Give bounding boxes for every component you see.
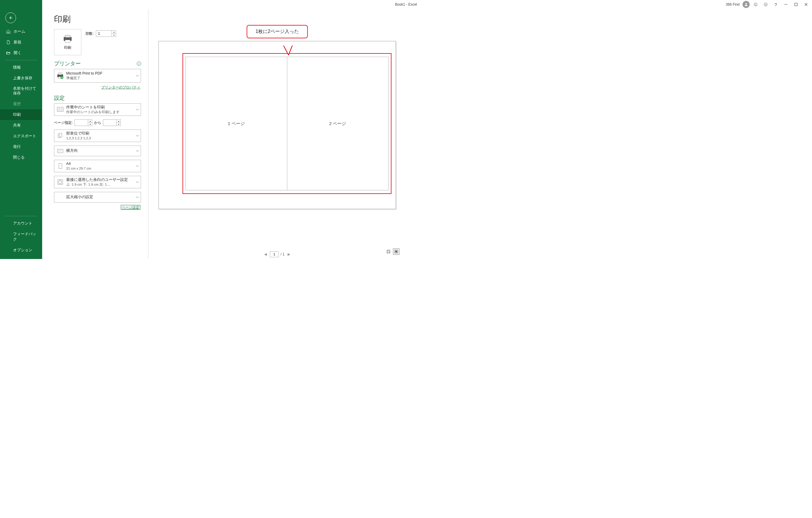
window-title: Book1 - Excel bbox=[395, 2, 406, 6]
nav-home[interactable]: ホーム bbox=[0, 26, 42, 37]
nav-info[interactable]: 情報 bbox=[0, 62, 42, 73]
svg-rect-31 bbox=[59, 164, 62, 169]
print-settings-panel: 印刷 印刷 部数: ▲ bbox=[42, 9, 148, 259]
home-icon bbox=[6, 29, 11, 34]
printer-icon bbox=[62, 34, 74, 44]
svg-rect-37 bbox=[395, 251, 397, 252]
nav-options[interactable]: オプション bbox=[0, 245, 42, 255]
nav-save[interactable]: 上書き保存 bbox=[0, 73, 42, 83]
collate-dropdown[interactable]: 部単位で印刷 1,2,3 1,2,3 1,2,3 bbox=[54, 130, 141, 142]
copies-down[interactable]: ▼ bbox=[112, 33, 116, 37]
info-icon[interactable]: i bbox=[137, 61, 141, 66]
paper-size-dropdown[interactable]: A4 21 cm x 29.7 cm bbox=[54, 160, 141, 172]
page-heading: 印刷 bbox=[54, 13, 141, 25]
nav-separator bbox=[5, 60, 37, 60]
page-setup-link[interactable]: ページ設定 bbox=[121, 205, 140, 210]
file-icon bbox=[6, 40, 11, 45]
annotation-callout: 1枚に2ページ入った bbox=[246, 25, 308, 38]
print-what-dropdown[interactable]: 作業中のシートを印刷 作業中のシートのみを印刷します bbox=[54, 103, 141, 116]
orientation-dropdown[interactable]: 横方向 bbox=[54, 145, 141, 156]
zoom-to-page-button[interactable] bbox=[393, 248, 400, 255]
printer-name: Microsoft Print to PDF bbox=[66, 71, 134, 76]
back-button[interactable] bbox=[5, 12, 16, 23]
page-range-label: ページ指定: bbox=[54, 120, 73, 125]
nav-feedback[interactable]: フィードバック bbox=[0, 229, 42, 245]
page-range-sep: から bbox=[94, 120, 101, 125]
nav-export[interactable]: エクスポート bbox=[0, 131, 42, 141]
svg-rect-34 bbox=[387, 250, 390, 253]
printer-heading: プリンター bbox=[54, 60, 81, 67]
printer-dropdown[interactable]: Microsoft Print to PDF 準備完了 bbox=[54, 69, 141, 83]
copies-up[interactable]: ▲ bbox=[112, 30, 116, 33]
collate-icon bbox=[54, 132, 66, 140]
paper-icon bbox=[54, 162, 66, 170]
nav-saveas[interactable]: 名前を付けて保存 bbox=[0, 83, 42, 99]
nav-open[interactable]: 開く bbox=[0, 48, 42, 58]
copies-input[interactable] bbox=[96, 31, 112, 36]
page-from-input[interactable] bbox=[75, 120, 88, 126]
collate-l1: 部単位で印刷 bbox=[66, 131, 134, 136]
margins-dropdown[interactable]: 最後に適用した余白のユーザー設定 上: 1.9 cm 下: 1.9 cm 左: … bbox=[54, 176, 141, 188]
orientation-icon bbox=[54, 147, 66, 155]
page-to-input[interactable] bbox=[103, 120, 116, 126]
margins-icon bbox=[54, 178, 66, 186]
nav-new[interactable]: 新規 bbox=[0, 37, 42, 48]
print-what-l1: 作業中のシートを印刷 bbox=[66, 105, 134, 110]
nav-close[interactable]: 閉じる bbox=[0, 152, 42, 163]
current-page-input[interactable] bbox=[270, 251, 279, 257]
nav-open-label: 開く bbox=[13, 50, 21, 56]
chevron-down-icon bbox=[134, 74, 141, 77]
printer-status: 準備完了 bbox=[66, 76, 134, 80]
svg-rect-27 bbox=[58, 149, 63, 153]
settings-heading: 設定 bbox=[54, 94, 65, 102]
show-margins-button[interactable] bbox=[385, 248, 392, 255]
folder-open-icon bbox=[6, 51, 11, 55]
scaling-dropdown[interactable]: 拡大縮小の設定 bbox=[54, 192, 141, 202]
printer-status-icon bbox=[54, 72, 66, 80]
total-pages: / 1 bbox=[281, 252, 284, 256]
preview-subpage-1: 1 ページ bbox=[185, 57, 287, 190]
nav-account[interactable]: アカウント bbox=[0, 218, 42, 229]
margins-l2: 上: 1.9 cm 下: 1.9 cm 左: 1… bbox=[66, 182, 134, 187]
svg-rect-17 bbox=[58, 73, 62, 75]
next-page-button[interactable]: ▶ bbox=[286, 251, 291, 257]
margins-l1: 最後に適用した余白のユーザー設定 bbox=[66, 178, 134, 182]
paper-l1: A4 bbox=[66, 162, 134, 166]
nav-share[interactable]: 共有 bbox=[0, 120, 42, 131]
sheet-icon bbox=[54, 106, 66, 113]
nav-publish[interactable]: 発行 bbox=[0, 141, 42, 152]
svg-rect-26 bbox=[59, 133, 62, 137]
svg-point-15 bbox=[70, 37, 71, 38]
svg-rect-13 bbox=[65, 35, 70, 37]
page-to-spinbox[interactable]: ▲▼ bbox=[103, 119, 121, 126]
backstage-sidebar: ホーム 新規 開く 情報 上書き保存 名前を付けて保存 履歴 印刷 共有 エクス… bbox=[0, 0, 42, 259]
preview-page: 1 ページ 2 ページ bbox=[158, 41, 396, 209]
print-preview-panel: 1枚に2ページ入った 1 ページ 2 ページ bbox=[148, 9, 406, 259]
annotation-text: 1枚に2ページ入った bbox=[256, 29, 299, 34]
nav-separator-bottom bbox=[5, 216, 37, 216]
paper-l2: 21 cm x 29.7 cm bbox=[66, 166, 134, 170]
collate-l2: 1,2,3 1,2,3 1,2,3 bbox=[66, 136, 134, 140]
prev-page-button[interactable]: ◀ bbox=[263, 251, 268, 257]
svg-rect-14 bbox=[65, 40, 70, 43]
title-bar: Book1 - Excel 366 Find ? bbox=[0, 0, 406, 9]
print-what-l2: 作業中のシートのみを印刷します bbox=[66, 110, 134, 114]
svg-rect-20 bbox=[57, 107, 63, 112]
svg-rect-32 bbox=[58, 180, 63, 185]
orientation-l1: 横方向 bbox=[66, 148, 134, 153]
svg-rect-35 bbox=[387, 251, 389, 252]
print-button-label: 印刷 bbox=[64, 45, 71, 50]
page-from-spinbox[interactable]: ▲▼ bbox=[75, 119, 92, 126]
preview-subpage-2: 2 ページ bbox=[287, 57, 389, 190]
nav-history: 履歴 bbox=[0, 99, 42, 109]
print-button[interactable]: 印刷 bbox=[54, 29, 81, 55]
nav-new-label: 新規 bbox=[13, 39, 21, 45]
copies-spinbox[interactable]: ▲ ▼ bbox=[96, 30, 116, 37]
scaling-l1: 拡大縮小の設定 bbox=[66, 195, 134, 199]
nav-print[interactable]: 印刷 bbox=[0, 109, 42, 120]
nav-home-label: ホーム bbox=[13, 29, 25, 34]
copies-label: 部数: bbox=[85, 31, 93, 36]
printer-properties-link[interactable]: プリンターのプロパティ bbox=[101, 85, 140, 89]
